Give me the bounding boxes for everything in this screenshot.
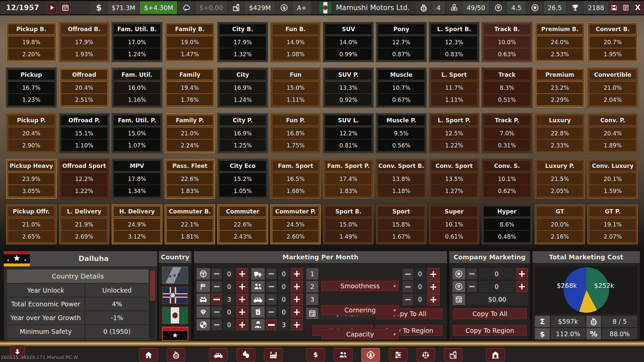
demographic-cell-family[interactable]: Family19.4%1.76%: [165, 68, 215, 108]
demographic-cell-l-sport-b[interactable]: L. Sport B.12.3%0.83%: [429, 22, 480, 62]
demographic-cell-fam-sport[interactable]: Fam. Sport16.5%1.68%: [270, 159, 321, 199]
demographic-cell-convert-b[interactable]: Convert B.20.7%1.95%: [587, 22, 638, 62]
demographic-cell-sport[interactable]: Sport15.8%1.67%: [376, 204, 427, 244]
country-scrollbar[interactable]: [150, 270, 155, 337]
priority-decrease-button[interactable]: [402, 281, 414, 293]
decrease-button[interactable]: [266, 281, 277, 292]
demographic-cell-premium-b[interactable]: Premium B.24.0%2.53%: [535, 22, 585, 62]
toolbar-world-city-button[interactable]: [167, 348, 185, 362]
demographic-cell-pony[interactable]: Pony12.7%0.87%: [376, 22, 427, 62]
flag-navy-cross[interactable]: [162, 287, 188, 304]
demographic-cell-conv-s[interactable]: Conv. S.10.1%0.62%: [482, 159, 532, 199]
demographic-cell-fam-sport-p[interactable]: Fam. Sport P.17.4%1.83%: [323, 159, 374, 199]
demographic-cell-fun-p[interactable]: Fun P.16.8%1.75%: [270, 113, 321, 153]
demographic-cell-conv-luxury[interactable]: Conv. Luxury20.1%1.59%: [587, 159, 638, 199]
decrease-button[interactable]: [266, 306, 277, 318]
demographic-cell-fam-util[interactable]: Fam. Util.16.0%1.16%: [112, 68, 162, 108]
decrease-button[interactable]: [211, 294, 222, 305]
demographic-cell-conv-sport[interactable]: Conv. Sport13.5%1.27%: [429, 159, 480, 199]
increase-button[interactable]: +: [236, 319, 248, 330]
demographic-cell-fun-b[interactable]: Fun B.14.9%1.08%: [270, 22, 321, 62]
demographic-cell-city-p[interactable]: City P.16.9%1.25%: [217, 113, 268, 153]
increase-button[interactable]: +: [516, 268, 528, 280]
priority-decrease-button[interactable]: [402, 294, 414, 306]
demographic-cell-luxury-p[interactable]: Luxury P.21.5%2.05%: [535, 159, 585, 199]
demographic-cell-suv-p[interactable]: SUV P.13.3%0.92%: [323, 68, 374, 108]
increase-button[interactable]: +: [291, 281, 303, 292]
increase-button[interactable]: +: [236, 268, 248, 280]
reports-button[interactable]: [622, 2, 630, 13]
decrease-button[interactable]: [266, 319, 277, 330]
demographic-cell-l-delivery[interactable]: L. Delivery21.9%2.69%: [59, 204, 110, 244]
demographic-cell-pickup-b[interactable]: Pickup B.19.8%2.20%: [6, 22, 57, 62]
demographic-cell-pass-fleet[interactable]: Pass. Fleet22.6%1.83%: [165, 159, 215, 199]
demographic-cell-commuter-p[interactable]: Commuter P.24.5%2.60%: [270, 204, 321, 244]
decrease-button[interactable]: [211, 281, 222, 292]
demographic-cell-pickup[interactable]: Pickup16.7%1.23%: [6, 68, 57, 108]
demographic-cell-suv[interactable]: SUV14.0%0.99%: [323, 22, 374, 62]
demographic-cell-offroad-p[interactable]: Offroad P.15.1%1.10%: [59, 113, 110, 153]
demographic-cell-luxury[interactable]: Luxury22.8%2.33%: [535, 113, 585, 153]
toolbar-people-button[interactable]: [334, 348, 353, 362]
demographic-cell-offroad-b[interactable]: Offroad B.17.9%1.93%: [59, 22, 110, 62]
demographic-cell-offroad[interactable]: Offroad20.4%2.51%: [59, 68, 110, 108]
demographic-cell-city-eco[interactable]: City Eco15.2%1.05%: [217, 159, 268, 199]
decrease-button[interactable]: [211, 306, 222, 318]
demographic-cell-pickup-heavy[interactable]: Pickup Heavy23.9%3.05%: [6, 159, 57, 199]
flag-green-white-green[interactable]: [162, 307, 188, 324]
demographic-cell-suv-l[interactable]: SUV L.12.2%0.81%: [323, 113, 374, 153]
demographic-cell-l-sport-p[interactable]: L. Sport P.12.5%1.22%: [429, 113, 480, 153]
decrease-button[interactable]: [467, 281, 477, 292]
demographic-cell-fam-util-p[interactable]: Fam. Util. P.15.0%1.07%: [112, 113, 162, 153]
increase-button[interactable]: +: [236, 306, 248, 318]
demographic-cell-fam-util-b[interactable]: Fam. Util. B.17.0%1.24%: [112, 22, 162, 62]
demographic-cell-convertible[interactable]: Convertible21.0%2.04%: [587, 68, 638, 108]
demographic-cell-gt-p[interactable]: GT P.19.1%2.07%: [587, 204, 638, 244]
priority-dropdown-3[interactable]: Capacity▾: [321, 328, 399, 340]
demographic-cell-pickup-offr[interactable]: Pickup Offr.21.0%2.65%: [6, 204, 57, 244]
save-button[interactable]: [610, 2, 618, 13]
close-button[interactable]: X: [634, 2, 642, 13]
demographic-cell-premium[interactable]: Premium23.2%2.29%: [535, 68, 585, 108]
decrease-button[interactable]: [211, 268, 222, 280]
decrease-button[interactable]: [266, 268, 277, 280]
demographic-cell-l-sport[interactable]: L. Sport11.7%1.11%: [429, 68, 480, 108]
demographic-cell-city-b[interactable]: City B.17.9%1.32%: [217, 22, 268, 62]
decrease-button[interactable]: [467, 268, 477, 280]
demographic-cell-muscle[interactable]: Muscle10.7%0.67%: [376, 68, 427, 108]
decrease-button[interactable]: [266, 294, 277, 305]
company-copy-to-all-button[interactable]: Copy To All: [452, 308, 527, 320]
priority-dropdown-2[interactable]: Cornering▾: [321, 304, 399, 316]
increase-button[interactable]: +: [291, 306, 303, 318]
toolbar-finance-button[interactable]: $: [306, 348, 325, 362]
demographic-cell-city[interactable]: City16.9%1.24%: [217, 68, 268, 108]
priority-increase-button[interactable]: +: [427, 294, 440, 306]
demographic-cell-h-delivery[interactable]: H. Delivery24.9%3.12%: [112, 204, 162, 244]
demographic-cell-family-p[interactable]: Family P.21.0%2.24%: [165, 113, 215, 153]
demographic-cell-sport-b[interactable]: Sport B.15.0%1.49%: [323, 204, 374, 244]
increase-button[interactable]: +: [516, 281, 528, 292]
calendar-button[interactable]: [60, 2, 70, 13]
demographic-cell-commuter[interactable]: Commuter22.6%2.43%: [217, 204, 268, 244]
play-button[interactable]: [47, 2, 57, 13]
increase-button[interactable]: +: [291, 319, 303, 330]
increase-button[interactable]: +: [236, 281, 248, 292]
demographic-cell-conv-p[interactable]: Conv. P.20.4%1.89%: [587, 113, 638, 153]
toolbar-dealer-button[interactable]: [486, 348, 505, 362]
toolbar-car-button[interactable]: [209, 348, 228, 362]
demographic-cell-mpv[interactable]: MPV17.8%1.34%: [112, 159, 162, 199]
demographic-cell-hyper[interactable]: Hyper8.6%0.48%: [482, 204, 532, 244]
priority-increase-button[interactable]: +: [427, 281, 440, 293]
demographic-cell-gt[interactable]: GT20.0%2.16%: [535, 204, 585, 244]
demographic-cell-super[interactable]: Super10.1%0.61%: [429, 204, 480, 244]
toolbar-sales-button[interactable]: $: [444, 348, 463, 362]
flag-stripe-stars[interactable]: ★★★: [162, 266, 188, 284]
demographic-cell-commuter-b[interactable]: Commuter B.22.1%1.81%: [165, 204, 215, 244]
toolbar-factory-button[interactable]: [264, 348, 283, 362]
increase-button[interactable]: +: [291, 294, 303, 305]
demographic-cell-track[interactable]: Track8.3%0.51%: [482, 68, 532, 108]
demographic-cell-conv-sport-b[interactable]: Conv. Sport B.13.8%1.18%: [376, 159, 427, 199]
decrease-button[interactable]: [211, 319, 222, 330]
demographic-cell-fun[interactable]: Fun15.0%1.11%: [270, 68, 321, 108]
demographic-cell-offroad-sport[interactable]: Offroad Sport12.2%1.22%: [59, 159, 110, 199]
